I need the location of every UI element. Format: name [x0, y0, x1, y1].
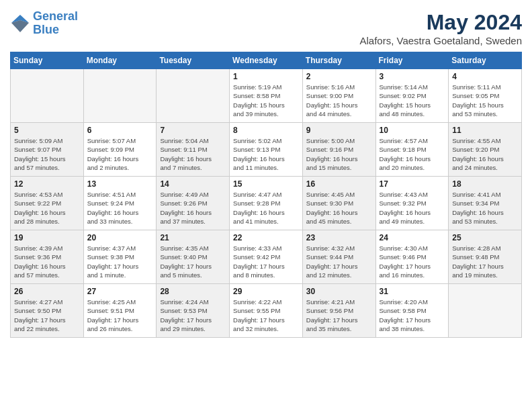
day-cell: 19Sunrise: 4:39 AMSunset: 9:36 PMDayligh…: [11, 230, 84, 284]
day-number: 21: [160, 233, 226, 242]
day-cell: 23Sunrise: 4:32 AMSunset: 9:44 PMDayligh…: [302, 230, 375, 284]
calendar-table: SundayMondayTuesdayWednesdayThursdayFrid…: [10, 52, 522, 338]
day-cell: 27Sunrise: 4:25 AMSunset: 9:51 PMDayligh…: [83, 284, 157, 338]
day-cell: 13Sunrise: 4:51 AMSunset: 9:24 PMDayligh…: [83, 177, 157, 230]
day-cell: 28Sunrise: 4:24 AMSunset: 9:53 PMDayligh…: [157, 284, 230, 338]
day-info: Sunrise: 4:22 AMSunset: 9:55 PMDaylight:…: [233, 298, 299, 333]
day-cell: 12Sunrise: 4:53 AMSunset: 9:22 PMDayligh…: [11, 177, 84, 230]
day-info: Sunrise: 5:02 AMSunset: 9:13 PMDaylight:…: [233, 136, 299, 172]
day-number: 20: [87, 233, 153, 242]
day-cell: 17Sunrise: 4:43 AMSunset: 9:32 PMDayligh…: [375, 177, 449, 230]
day-info: Sunrise: 4:49 AMSunset: 9:26 PMDaylight:…: [160, 190, 226, 226]
day-info: Sunrise: 5:16 AMSunset: 9:00 PMDaylight:…: [306, 83, 372, 118]
logo-line2: Blue: [33, 23, 59, 36]
day-cell: 11Sunrise: 4:55 AMSunset: 9:20 PMDayligh…: [449, 123, 522, 177]
header-row: SundayMondayTuesdayWednesdayThursdayFrid…: [11, 52, 522, 69]
day-info: Sunrise: 4:30 AMSunset: 9:46 PMDaylight:…: [380, 244, 445, 279]
day-cell: 6Sunrise: 5:07 AMSunset: 9:09 PMDaylight…: [83, 123, 157, 177]
day-info: Sunrise: 4:37 AMSunset: 9:38 PMDaylight:…: [87, 244, 153, 279]
day-number: 6: [87, 126, 153, 135]
day-cell: 3Sunrise: 5:14 AMSunset: 9:02 PMDaylight…: [375, 69, 449, 123]
logo-icon: [10, 13, 30, 34]
day-cell: [83, 69, 157, 123]
day-cell: 31Sunrise: 4:20 AMSunset: 9:58 PMDayligh…: [375, 284, 449, 338]
header-cell-saturday: Saturday: [449, 52, 522, 69]
day-cell: 4Sunrise: 5:11 AMSunset: 9:05 PMDaylight…: [449, 69, 522, 123]
day-number: 22: [233, 233, 299, 242]
month-title: May 2024: [359, 10, 522, 35]
day-cell: [449, 284, 522, 338]
day-cell: 15Sunrise: 4:47 AMSunset: 9:28 PMDayligh…: [230, 177, 303, 230]
header: General Blue May 2024 Alafors, Vaestra G…: [10, 10, 522, 46]
day-number: 23: [306, 233, 372, 242]
day-number: 5: [14, 126, 80, 135]
day-number: 11: [452, 126, 518, 135]
day-number: 12: [14, 179, 80, 189]
day-info: Sunrise: 5:00 AMSunset: 9:16 PMDaylight:…: [306, 136, 372, 172]
logo: General Blue: [10, 10, 78, 37]
day-cell: 2Sunrise: 5:16 AMSunset: 9:00 PMDaylight…: [302, 69, 375, 123]
day-number: 2: [306, 72, 372, 81]
day-cell: [11, 69, 84, 123]
day-info: Sunrise: 4:24 AMSunset: 9:53 PMDaylight:…: [160, 298, 226, 333]
day-info: Sunrise: 5:09 AMSunset: 9:07 PMDaylight:…: [14, 136, 80, 172]
week-row-4: 19Sunrise: 4:39 AMSunset: 9:36 PMDayligh…: [11, 230, 522, 284]
header-cell-friday: Friday: [375, 52, 449, 69]
header-cell-monday: Monday: [83, 52, 157, 69]
day-number: 16: [306, 179, 372, 189]
day-info: Sunrise: 4:35 AMSunset: 9:40 PMDaylight:…: [160, 244, 226, 279]
logo-line1: General: [33, 9, 78, 23]
day-number: 14: [160, 179, 226, 189]
day-number: 15: [233, 179, 299, 189]
day-number: 30: [306, 287, 372, 296]
day-info: Sunrise: 5:07 AMSunset: 9:09 PMDaylight:…: [87, 136, 153, 172]
week-row-3: 12Sunrise: 4:53 AMSunset: 9:22 PMDayligh…: [11, 177, 522, 230]
header-cell-thursday: Thursday: [302, 52, 375, 69]
day-info: Sunrise: 4:20 AMSunset: 9:58 PMDaylight:…: [380, 298, 445, 333]
day-number: 26: [14, 287, 80, 296]
day-number: 1: [233, 72, 299, 81]
day-cell: 7Sunrise: 5:04 AMSunset: 9:11 PMDaylight…: [157, 123, 230, 177]
day-cell: 20Sunrise: 4:37 AMSunset: 9:38 PMDayligh…: [83, 230, 157, 284]
day-info: Sunrise: 4:27 AMSunset: 9:50 PMDaylight:…: [14, 298, 80, 333]
day-info: Sunrise: 4:32 AMSunset: 9:44 PMDaylight:…: [306, 244, 372, 279]
day-info: Sunrise: 4:55 AMSunset: 9:20 PMDaylight:…: [452, 136, 518, 172]
day-number: 29: [233, 287, 299, 296]
day-info: Sunrise: 4:47 AMSunset: 9:28 PMDaylight:…: [233, 190, 299, 226]
day-info: Sunrise: 4:41 AMSunset: 9:34 PMDaylight:…: [452, 190, 518, 226]
week-row-2: 5Sunrise: 5:09 AMSunset: 9:07 PMDaylight…: [11, 123, 522, 177]
day-cell: 18Sunrise: 4:41 AMSunset: 9:34 PMDayligh…: [449, 177, 522, 230]
day-cell: 9Sunrise: 5:00 AMSunset: 9:16 PMDaylight…: [302, 123, 375, 177]
day-number: 28: [160, 287, 226, 296]
week-row-1: 1Sunrise: 5:19 AMSunset: 8:58 PMDaylight…: [11, 69, 522, 123]
day-cell: 16Sunrise: 4:45 AMSunset: 9:30 PMDayligh…: [302, 177, 375, 230]
header-cell-tuesday: Tuesday: [157, 52, 230, 69]
header-cell-sunday: Sunday: [11, 52, 84, 69]
logo-text: General Blue: [33, 10, 78, 37]
day-info: Sunrise: 4:33 AMSunset: 9:42 PMDaylight:…: [233, 244, 299, 279]
day-number: 10: [380, 126, 445, 135]
day-number: 31: [380, 287, 445, 296]
day-info: Sunrise: 5:19 AMSunset: 8:58 PMDaylight:…: [233, 83, 299, 118]
day-number: 27: [87, 287, 153, 296]
day-cell: 29Sunrise: 4:22 AMSunset: 9:55 PMDayligh…: [230, 284, 303, 338]
day-number: 13: [87, 179, 153, 189]
day-number: 25: [452, 233, 518, 242]
day-cell: 24Sunrise: 4:30 AMSunset: 9:46 PMDayligh…: [375, 230, 449, 284]
day-number: 7: [160, 126, 226, 135]
day-info: Sunrise: 4:45 AMSunset: 9:30 PMDaylight:…: [306, 190, 372, 226]
day-cell: 1Sunrise: 5:19 AMSunset: 8:58 PMDaylight…: [230, 69, 303, 123]
day-info: Sunrise: 4:39 AMSunset: 9:36 PMDaylight:…: [14, 244, 80, 279]
day-cell: 21Sunrise: 4:35 AMSunset: 9:40 PMDayligh…: [157, 230, 230, 284]
day-number: 4: [452, 72, 518, 81]
day-cell: 25Sunrise: 4:28 AMSunset: 9:48 PMDayligh…: [449, 230, 522, 284]
day-cell: 30Sunrise: 4:21 AMSunset: 9:56 PMDayligh…: [302, 284, 375, 338]
day-cell: 5Sunrise: 5:09 AMSunset: 9:07 PMDaylight…: [11, 123, 84, 177]
day-info: Sunrise: 4:43 AMSunset: 9:32 PMDaylight:…: [380, 190, 445, 226]
day-cell: 14Sunrise: 4:49 AMSunset: 9:26 PMDayligh…: [157, 177, 230, 230]
day-info: Sunrise: 4:21 AMSunset: 9:56 PMDaylight:…: [306, 298, 372, 333]
day-number: 24: [380, 233, 445, 242]
location-title: Alafors, Vaestra Goetaland, Sweden: [359, 35, 522, 46]
week-row-5: 26Sunrise: 4:27 AMSunset: 9:50 PMDayligh…: [11, 284, 522, 338]
day-cell: 26Sunrise: 4:27 AMSunset: 9:50 PMDayligh…: [11, 284, 84, 338]
